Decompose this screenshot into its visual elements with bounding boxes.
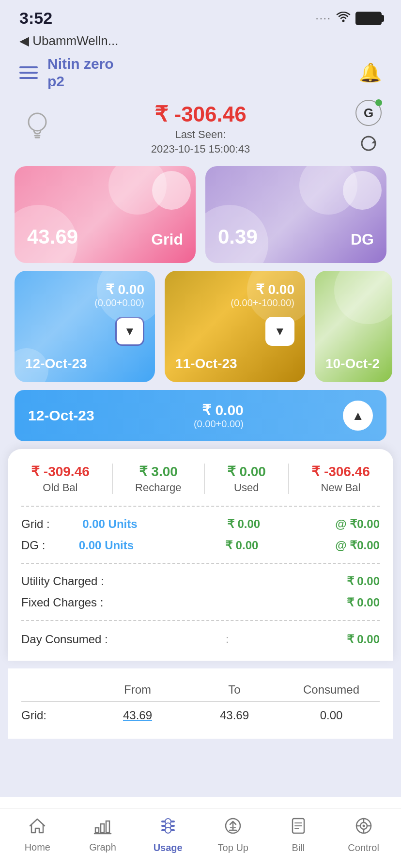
home-icon: [28, 817, 46, 839]
g-dot: [375, 99, 382, 106]
detail-panel: ₹ -309.46 Old Bal ₹ 3.00 Recharge ₹ 0.00…: [8, 449, 393, 661]
cards-row-1: 43.69 Grid 0.39 DG: [0, 158, 401, 271]
nav-home-label: Home: [25, 842, 50, 853]
bell-icon[interactable]: 🔔: [359, 62, 382, 83]
used-amount: ₹ 0.00: [227, 464, 266, 480]
grid-label: Grid: [151, 231, 183, 248]
nav-topup[interactable]: Top Up: [209, 817, 257, 853]
divider-3: [21, 620, 380, 621]
nav-topup-label: Top Up: [218, 842, 248, 853]
old-bal-label: Old Bal: [31, 481, 90, 494]
last-seen-date: 2023-10-15 15:00:43: [151, 143, 250, 155]
bulb-icon: [24, 111, 50, 146]
nav-control[interactable]: Control: [339, 817, 388, 853]
expand-up-btn[interactable]: ▲: [343, 401, 373, 431]
bill-icon: [289, 817, 308, 839]
nav-bill-label: Bill: [292, 842, 305, 853]
table-header: From To Consumed: [21, 678, 380, 702]
status-time: 3:52: [19, 9, 52, 28]
expanded-date: 12-Oct-23: [28, 407, 94, 424]
expanded-amount: ₹ 0.00: [194, 402, 244, 418]
svg-point-1: [29, 113, 46, 131]
balance-row: ₹ -309.46 Old Bal ₹ 3.00 Recharge ₹ 0.00…: [21, 464, 380, 494]
back-nav[interactable]: ◀ UbammWelln...: [0, 31, 401, 50]
dg-unit-price: ₹ 0.00: [225, 539, 258, 552]
row-to-grid: 43.69: [186, 709, 283, 722]
col-to: To: [186, 683, 283, 697]
dg-unit-value: 0.00 Units: [79, 539, 134, 552]
utility-charge-label: Utility Charged :: [21, 574, 104, 588]
svg-marker-4: [371, 140, 375, 143]
balance-amount: ₹ -306.46: [151, 102, 250, 126]
dg-card[interactable]: 0.39 DG: [205, 166, 386, 263]
dg-label: DG: [351, 231, 374, 248]
recharge-amount: ₹ 3.00: [135, 464, 181, 480]
wifi-icon: [336, 12, 351, 25]
graph-icon: [93, 817, 112, 839]
new-bal-label: New Bal: [311, 481, 370, 494]
g-badge: G: [355, 100, 382, 126]
grid-value: 43.69: [27, 225, 78, 248]
battery-icon: [355, 12, 382, 25]
table-row-grid: Grid: 43.69 43.69 0.00: [21, 702, 380, 729]
divider-2: [21, 563, 380, 564]
bottom-nav: Home Graph Usage: [0, 808, 401, 868]
hamburger-menu[interactable]: [19, 66, 38, 79]
old-bal-amount: ₹ -309.46: [31, 464, 90, 480]
date-card-date-1: 11-Oct-23: [175, 356, 294, 372]
balance-center: ₹ -306.46 Last Seen: 2023-10-15 15:00:43: [151, 102, 250, 155]
usage-icon: [159, 817, 177, 839]
svg-point-22: [362, 825, 365, 827]
fixed-charge-row: Fixed Charges : ₹ 0.00: [21, 592, 380, 613]
nav-bill[interactable]: Bill: [274, 817, 323, 853]
header-title: Nitin zerop2: [47, 55, 114, 90]
used: ₹ 0.00 Used: [227, 464, 266, 494]
status-bar: 3:52 ····: [0, 0, 401, 31]
grid-unit-rate: @ ₹0.00: [335, 517, 380, 531]
refresh-icon[interactable]: [359, 134, 378, 157]
recharge-label: Recharge: [135, 481, 181, 494]
day-consumed-val: ₹ 0.00: [347, 633, 380, 646]
svg-rect-7: [106, 821, 109, 833]
utility-charge-val: ₹ 0.00: [347, 574, 380, 588]
grid-unit-price: ₹ 0.00: [227, 517, 260, 531]
signal-icon: ····: [316, 12, 331, 25]
nav-usage-label: Usage: [154, 842, 183, 853]
nav-graph[interactable]: Graph: [78, 817, 127, 853]
fixed-charge-val: ₹ 0.00: [347, 596, 380, 609]
balance-section: ₹ -306.46 Last Seen: 2023-10-15 15:00:43…: [0, 97, 401, 158]
row-consumed-grid: 0.00: [283, 709, 380, 722]
dg-value: 0.39: [218, 225, 258, 248]
expanded-date-card[interactable]: 12-Oct-23 ₹ 0.00 (0.00+0.00) ▲: [15, 390, 386, 441]
cards-row-2: ₹ 0.00 (0.00+0.00) ▼ 12-Oct-23 ₹ 0.00 (0…: [0, 271, 401, 382]
dg-unit-label: DG :: [21, 539, 45, 552]
date-card-0[interactable]: ₹ 0.00 (0.00+0.00) ▼ 12-Oct-23: [15, 271, 155, 382]
grid-card[interactable]: 43.69 Grid: [15, 166, 196, 263]
row-label-grid: Grid:: [21, 709, 89, 722]
used-label: Used: [227, 481, 266, 494]
col-from: From: [89, 683, 186, 697]
dg-unit-row: DG : 0.00 Units ₹ 0.00 @ ₹0.00: [21, 535, 380, 556]
g-badge-area: G: [355, 100, 382, 157]
nav-usage[interactable]: Usage: [144, 817, 192, 853]
topup-icon: [224, 817, 242, 839]
utility-charge-row: Utility Charged : ₹ 0.00: [21, 571, 380, 592]
dg-unit-rate: @ ₹0.00: [335, 539, 380, 552]
last-seen-label: Last Seen:: [151, 128, 250, 141]
svg-rect-5: [95, 828, 99, 833]
nav-home[interactable]: Home: [13, 817, 62, 853]
old-bal: ₹ -309.46 Old Bal: [31, 464, 90, 494]
day-consumed-row: Day Consumed : : ₹ 0.00: [21, 628, 380, 651]
back-label: ◀ UbammWelln...: [19, 33, 118, 48]
expanded-sub: (0.00+0.00): [194, 418, 244, 430]
date-card-1[interactable]: ₹ 0.00 (0.00+-100.00) ▼ 11-Oct-23: [165, 271, 305, 382]
divider-1: [21, 506, 380, 507]
status-icons: ····: [316, 12, 382, 25]
recharge: ₹ 3.00 Recharge: [135, 464, 181, 494]
grid-unit-value: 0.00 Units: [82, 517, 137, 531]
row-from-grid: 43.69: [89, 709, 186, 722]
consumption-table: From To Consumed Grid: 43.69 43.69 0.00: [8, 668, 393, 739]
date-card-2[interactable]: 10-Oct-2: [315, 271, 392, 382]
svg-point-0: [342, 19, 345, 22]
grid-unit-row: Grid : 0.00 Units ₹ 0.00 @ ₹0.00: [21, 513, 380, 535]
